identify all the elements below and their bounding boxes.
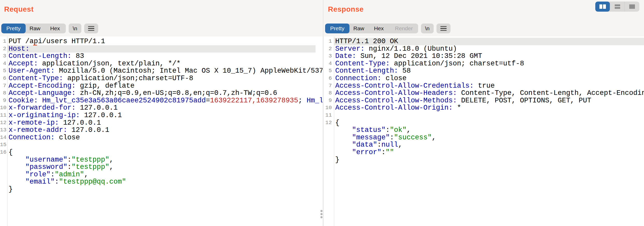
- hamburger-icon: [88, 26, 94, 31]
- line-number: 8: [324, 89, 334, 97]
- code-line: 10Access-Control-Allow-Origin: *: [324, 104, 644, 112]
- code-line: 8Access-Control-Allow-Headers: Content-T…: [324, 89, 644, 97]
- code-line: "password":"testppp",: [0, 163, 323, 171]
- request-toolbar: Pretty Raw Hex \n: [1, 24, 98, 33]
- tab-hex-request[interactable]: Hex: [44, 24, 66, 33]
- code-text: Accept-Language: zh-CN,zh;q=0.9,en-US;q=…: [7, 89, 323, 97]
- code-line: 3Content-Length: 83: [0, 52, 323, 60]
- line-number: 12: [0, 119, 7, 127]
- layout-single-button[interactable]: [625, 2, 639, 12]
- code-line: }: [324, 156, 644, 164]
- code-text: Access-Control-Allow-Methods: DELETE, PO…: [334, 97, 644, 104]
- editor-menu-button-request[interactable]: [84, 24, 98, 33]
- newline-toggle-request[interactable]: \n: [69, 24, 81, 33]
- line-number: 11: [0, 112, 7, 119]
- side-by-side-layout-icon: [599, 4, 606, 9]
- code-line: 15: [0, 141, 323, 149]
- code-text: [7, 141, 323, 149]
- response-view-tabs: Pretty Raw Hex Render: [325, 24, 418, 33]
- tab-raw-response[interactable]: Raw: [349, 24, 368, 33]
- editor-menu-button-response[interactable]: [437, 24, 450, 33]
- line-number: 9: [0, 97, 7, 104]
- code-text: x-remote-ip: 127.0.0.1: [7, 119, 323, 127]
- response-panel: Response Pretty Raw Hex Render \n 1HTTP/…: [324, 0, 644, 226]
- code-text: "message":"success",: [334, 134, 644, 141]
- code-line: "error":"": [324, 149, 644, 156]
- code-text: Accept-Encoding: gzip, deflate: [7, 82, 323, 90]
- code-line: 11: [324, 112, 644, 119]
- layout-rows-button[interactable]: [610, 2, 625, 12]
- code-text: x-forwarded-for: 127.0.0.1: [7, 104, 323, 112]
- code-line: 12x-remote-ip: 127.0.0.1: [0, 119, 323, 127]
- tab-pretty-request[interactable]: Pretty: [1, 24, 26, 33]
- code-line: 7Access-Control-Allow-Credentials: true: [324, 82, 644, 90]
- divider-drag-handle[interactable]: [320, 210, 323, 218]
- line-number: 3: [0, 52, 7, 60]
- tab-pretty-response[interactable]: Pretty: [325, 24, 349, 33]
- code-text: Accept: application/json, text/plain, */…: [7, 60, 323, 67]
- line-number: 1: [324, 38, 334, 45]
- line-number: 6: [0, 75, 7, 82]
- line-number: 10: [324, 104, 334, 112]
- line-number: 13: [0, 126, 7, 134]
- request-panel-title: Request: [4, 5, 34, 13]
- newline-toggle-response[interactable]: \n: [421, 24, 434, 33]
- code-text: Server: nginx/1.18.0 (Ubuntu): [334, 45, 644, 53]
- code-text: Content-Type: application/json; charset=…: [334, 60, 644, 67]
- code-text: HTTP/1.1 200 OK: [334, 38, 644, 45]
- request-editor[interactable]: 1PUT /api/users HTTP/1.12Host:3Content-L…: [0, 36, 323, 226]
- code-text: "status":"ok",: [334, 126, 644, 134]
- code-line: 2Server: nginx/1.18.0 (Ubuntu): [324, 45, 644, 53]
- line-number: 7: [324, 82, 334, 90]
- layout-switcher: [595, 2, 639, 12]
- line-number: 4: [324, 60, 334, 67]
- line-number: 16: [0, 149, 7, 156]
- response-editor[interactable]: 1HTTP/1.1 200 OK2Server: nginx/1.18.0 (U…: [324, 36, 644, 226]
- code-line: 5User-Agent: Mozilla/5.0 (Macintosh; Int…: [0, 67, 323, 75]
- http-message-viewer: { "colors": { "accent_orange": "#fa5a31"…: [0, 0, 644, 226]
- code-text: Connection: close: [7, 134, 323, 141]
- line-number: [0, 163, 7, 171]
- code-line: 9Cookie: Hm_lvt_c35e3a563a06caee2524902c…: [0, 97, 323, 104]
- code-line: 1PUT /api/users HTTP/1.1: [0, 38, 323, 45]
- tab-hex-response[interactable]: Hex: [368, 24, 390, 33]
- layout-columns-button[interactable]: [595, 2, 610, 12]
- tab-raw-request[interactable]: Raw: [26, 24, 44, 33]
- code-line: "data":null,: [324, 141, 644, 149]
- line-number: 12: [324, 119, 334, 127]
- code-line: 7Accept-Encoding: gzip, deflate: [0, 82, 323, 90]
- code-text: Cookie: Hm_lvt_c35e3a563a06caee2524902c8…: [7, 97, 323, 104]
- code-line: 3Date: Sun, 12 Dec 2021 10:35:28 GMT: [324, 52, 644, 60]
- code-line: }: [0, 186, 323, 193]
- code-line: 1HTTP/1.1 200 OK: [324, 38, 644, 45]
- line-number: 2: [0, 45, 7, 53]
- code-text: "error":"": [334, 149, 644, 156]
- line-number: 10: [0, 104, 7, 112]
- code-text: x-remote-addr: 127.0.0.1: [7, 126, 323, 134]
- code-text: Content-Type: application/json;charset=U…: [7, 75, 323, 82]
- code-line: 13x-remote-addr: 127.0.0.1: [0, 126, 323, 134]
- code-line: 6Content-Type: application/json;charset=…: [0, 75, 323, 82]
- code-line: "message":"success",: [324, 134, 644, 141]
- code-text: Content-Length: 83: [7, 52, 323, 60]
- line-number: 7: [0, 82, 7, 90]
- line-number: 3: [324, 52, 334, 60]
- code-text: PUT /api/users HTTP/1.1: [7, 38, 323, 45]
- hamburger-icon: [440, 26, 447, 31]
- panel-split-divider[interactable]: [323, 0, 323, 226]
- line-number: [324, 134, 334, 141]
- code-line: 4Accept: application/json, text/plain, *…: [0, 60, 323, 67]
- response-toolbar: Pretty Raw Hex Render \n: [325, 24, 450, 33]
- code-text: Date: Sun, 12 Dec 2021 10:35:28 GMT: [334, 52, 644, 60]
- line-number: 5: [324, 67, 334, 75]
- line-number: 9: [324, 97, 334, 104]
- line-number: [0, 156, 7, 164]
- line-number: [324, 126, 334, 134]
- line-number: 1: [0, 38, 7, 45]
- line-number: 8: [0, 89, 7, 97]
- code-line: 2Host:: [0, 45, 323, 53]
- single-pane-layout-icon: [629, 4, 635, 9]
- code-line: "status":"ok",: [324, 126, 644, 134]
- code-line: 12{: [324, 119, 644, 127]
- line-number: [324, 149, 334, 156]
